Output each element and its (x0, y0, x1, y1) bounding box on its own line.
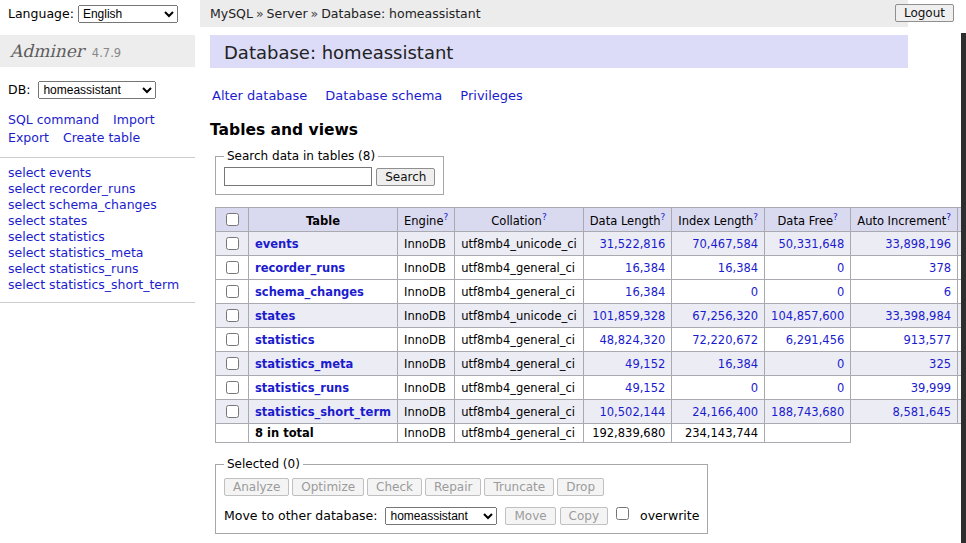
auto-increment-link[interactable]: 8,581,645 (893, 405, 952, 419)
auto-increment-link[interactable]: 6 (944, 285, 951, 299)
logout-button[interactable]: Logout (895, 4, 954, 22)
data-length-link[interactable]: 31,522,816 (599, 237, 665, 251)
column-header: Data Length? (583, 208, 672, 232)
scrollbar[interactable] (961, 33, 966, 543)
totals-index-length: 234,143,744 (672, 424, 765, 443)
data-free-link[interactable]: 6,291,456 (786, 333, 845, 347)
search-input[interactable] (224, 167, 372, 186)
data-length-link[interactable]: 10,502,144 (599, 405, 665, 419)
auto-increment-link[interactable]: 325 (929, 357, 951, 371)
row-checkbox[interactable] (226, 381, 239, 394)
index-length-link[interactable]: 72,220,672 (692, 333, 758, 347)
row-checkbox[interactable] (226, 357, 239, 370)
auto-increment-link[interactable]: 913,577 (903, 333, 951, 347)
auto-increment-link[interactable]: 33,398,984 (885, 309, 951, 323)
index-length-link[interactable]: 67,256,320 (692, 309, 758, 323)
row-checkbox[interactable] (226, 285, 239, 298)
data-length-link[interactable]: 49,152 (625, 357, 665, 371)
db-select[interactable]: homeassistant (38, 81, 156, 99)
data-free-link[interactable]: 188,743,680 (771, 405, 844, 419)
breadcrumb-server-link[interactable]: Server (267, 6, 308, 21)
row-checkbox[interactable] (226, 261, 239, 274)
column-help-link[interactable]: ? (542, 212, 547, 222)
table-name-link[interactable]: statistics_runs (255, 381, 349, 395)
table-name-link[interactable]: statistics_short_term (255, 405, 391, 419)
index-length-link[interactable]: 24,166,400 (692, 405, 758, 419)
sidebar-link-create-table[interactable]: Create table (63, 130, 140, 145)
data-free-link[interactable]: 0 (837, 261, 844, 275)
index-length-link[interactable]: 16,384 (718, 261, 758, 275)
data-free-link[interactable]: 0 (837, 381, 844, 395)
move-button[interactable]: Move (505, 507, 555, 525)
table-name-link[interactable]: statistics_meta (255, 357, 353, 371)
data-length-cell: 49,152 (583, 376, 672, 400)
sidebar-table-link[interactable]: select events (8, 165, 187, 181)
data-free-link[interactable]: 104,857,600 (771, 309, 844, 323)
sidebar-table-link[interactable]: select statistics_meta (8, 245, 187, 261)
overwrite-label[interactable]: overwrite (640, 508, 699, 523)
data-free-link[interactable]: 50,331,648 (778, 237, 844, 251)
data-length-link[interactable]: 49,152 (625, 381, 665, 395)
row-checkbox-cell (216, 304, 249, 328)
data-length-link[interactable]: 48,824,320 (599, 333, 665, 347)
auto-increment-link[interactable]: 33,898,196 (885, 237, 951, 251)
data-free-link[interactable]: 0 (837, 285, 844, 299)
action-alter-database-link[interactable]: Alter database (212, 88, 307, 103)
auto-increment-link[interactable]: 378 (929, 261, 951, 275)
row-checkbox[interactable] (226, 309, 239, 322)
index-length-link[interactable]: 0 (751, 381, 758, 395)
breadcrumb-mysql-link[interactable]: MySQL (210, 6, 253, 21)
table-row: recorder_runsInnoDButf8mb4_general_ci16,… (216, 256, 966, 280)
data-length-link[interactable]: 16,384 (625, 261, 665, 275)
collation-cell: utf8mb4_general_ci (455, 256, 584, 280)
column-help-link[interactable]: ? (753, 212, 758, 222)
search-button[interactable]: Search (376, 168, 435, 186)
sidebar-table-link[interactable]: select statistics (8, 229, 187, 245)
row-checkbox-cell (216, 376, 249, 400)
sidebar-link-import[interactable]: Import (113, 112, 155, 127)
language-select[interactable]: English (78, 5, 178, 23)
table-name-link[interactable]: events (255, 237, 299, 251)
column-help-link[interactable]: ? (661, 212, 666, 222)
sidebar-table-link[interactable]: select recorder_runs (8, 181, 187, 197)
sidebar-table-link[interactable]: select states (8, 213, 187, 229)
table-name-link[interactable]: states (255, 309, 295, 323)
action-database-schema-link[interactable]: Database schema (325, 88, 442, 103)
truncate-button[interactable]: Truncate (484, 478, 554, 496)
drop-button[interactable]: Drop (557, 478, 604, 496)
table-name-link[interactable]: statistics (255, 333, 315, 347)
optimize-button[interactable]: Optimize (292, 478, 364, 496)
data-length-link[interactable]: 101,859,328 (592, 309, 665, 323)
column-help-link[interactable]: ? (833, 212, 838, 222)
index-length-link[interactable]: 70,467,584 (692, 237, 758, 251)
table-row: statistics_runsInnoDButf8mb4_general_ci4… (216, 376, 966, 400)
table-name-cell: states (249, 304, 398, 328)
index-length-link[interactable]: 16,384 (718, 357, 758, 371)
select-all-checkbox[interactable] (226, 213, 239, 226)
action-privileges-link[interactable]: Privileges (460, 88, 523, 103)
table-name-link[interactable]: recorder_runs (255, 261, 345, 275)
sidebar-link-sql-command[interactable]: SQL command (8, 112, 99, 127)
move-db-select[interactable]: homeassistant (385, 507, 497, 525)
data-length-link[interactable]: 16,384 (625, 285, 665, 299)
sidebar-table-link[interactable]: select statistics_runs (8, 261, 187, 277)
data-free-link[interactable]: 0 (837, 357, 844, 371)
copy-button[interactable]: Copy (560, 507, 608, 525)
sidebar-table-link[interactable]: select schema_changes (8, 197, 187, 213)
language-label: Language: (8, 6, 74, 21)
repair-button[interactable]: Repair (425, 478, 481, 496)
column-help-link[interactable]: ? (946, 212, 951, 222)
db-selector-row: DB: homeassistant (0, 67, 195, 103)
check-button[interactable]: Check (367, 478, 422, 496)
sidebar-table-link[interactable]: select statistics_short_term (8, 277, 187, 293)
overwrite-checkbox[interactable] (616, 507, 629, 520)
sidebar-link-export[interactable]: Export (8, 130, 49, 145)
analyze-button[interactable]: Analyze (224, 478, 289, 496)
row-checkbox[interactable] (226, 237, 239, 250)
row-checkbox[interactable] (226, 405, 239, 418)
index-length-link[interactable]: 0 (751, 285, 758, 299)
row-checkbox[interactable] (226, 333, 239, 346)
column-help-link[interactable]: ? (443, 212, 448, 222)
auto-increment-link[interactable]: 39,999 (911, 381, 951, 395)
table-name-link[interactable]: schema_changes (255, 285, 364, 299)
